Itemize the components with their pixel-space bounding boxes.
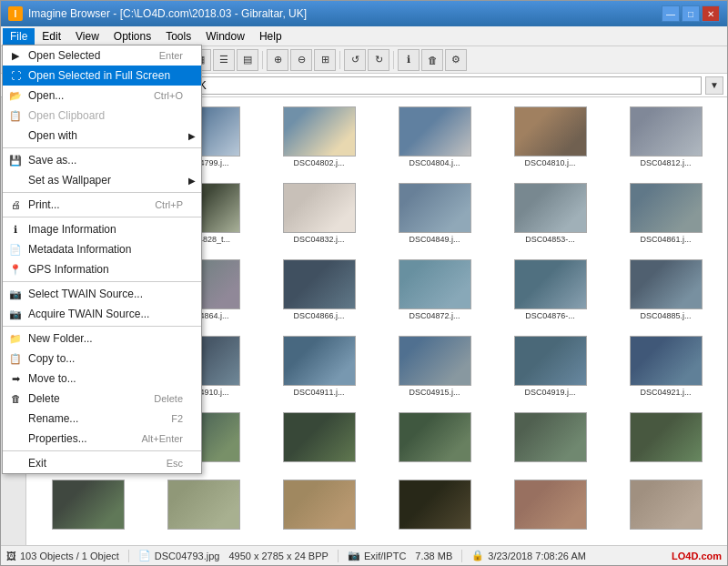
thumb-cell-22[interactable]: DSC04915.j...: [379, 332, 490, 405]
address-go[interactable]: ▼: [705, 76, 723, 95]
menu-separator: [3, 217, 201, 217]
tb-zoom-out[interactable]: ⊖: [290, 49, 312, 71]
thumb-cell-4[interactable]: DSC04804.j...: [379, 103, 490, 176]
thumb-cell-11[interactable]: DSC04853-...: [494, 179, 606, 252]
menu-separator: [3, 281, 201, 282]
menu-item-new-folder[interactable]: 📁New Folder...: [3, 328, 201, 349]
menu-view[interactable]: View: [68, 28, 106, 45]
menu-edit[interactable]: Edit: [35, 28, 68, 45]
thumb-cell-10[interactable]: DSC04849.j...: [379, 179, 490, 252]
thumb-cell-18[interactable]: DSC04885.j...: [610, 256, 722, 328]
menu-separator: [3, 326, 201, 327]
thumb-cell-21[interactable]: DSC04911.j...: [263, 332, 375, 405]
thumb-label-16: DSC04872.j...: [409, 311, 460, 320]
menu-item-select-twain[interactable]: 📷Select TWAIN Source...: [3, 284, 201, 304]
status-div3: [461, 550, 462, 562]
menu-item-open-fullscreen[interactable]: ⛶Open Selected in Full Screen: [3, 66, 201, 86]
minimize-button[interactable]: —: [662, 5, 680, 22]
thumb-label-15: DSC04866.j...: [293, 311, 344, 320]
tb-view2[interactable]: ☰: [213, 49, 235, 71]
thumb-cell-15[interactable]: DSC04866.j...: [263, 256, 375, 328]
menu-options[interactable]: Options: [106, 28, 158, 45]
menu-item-save-as[interactable]: 💾Save as...: [3, 150, 201, 170]
menu-file[interactable]: File: [3, 28, 35, 45]
status-div2: [338, 550, 339, 562]
menu-shortcut-open: Ctrl+O: [136, 90, 183, 101]
thumb-cell-33[interactable]: [263, 476, 375, 540]
menu-item-delete[interactable]: 🗑DeleteDelete: [3, 389, 201, 409]
tb-rotate-left[interactable]: ↺: [344, 49, 366, 71]
thumb-cell-34[interactable]: [379, 476, 490, 540]
thumb-cell-32[interactable]: [147, 476, 259, 540]
thumb-cell-9[interactable]: DSC04832.j...: [263, 179, 375, 252]
tb-view3[interactable]: ▤: [237, 49, 258, 71]
menu-icon-new-folder: 📁: [8, 331, 23, 346]
tb-sep6: [393, 51, 394, 69]
menu-item-open[interactable]: 📂Open...Ctrl+O: [3, 86, 201, 106]
menu-icon-save-as: 💾: [8, 153, 23, 167]
thumb-cell-3[interactable]: DSC04802.j...: [263, 103, 375, 176]
thumb-cell-17[interactable]: DSC04876-...: [494, 256, 606, 328]
thumb-image-35: [514, 480, 587, 530]
menu-icon-open-selected: ▶: [8, 48, 23, 63]
status-date-icon: 🔒: [471, 550, 484, 561]
menu-item-gps[interactable]: 📍GPS Information: [3, 259, 201, 279]
thumb-image-21: [283, 336, 356, 386]
menu-item-open-with[interactable]: Open with▶: [3, 126, 201, 146]
status-icon: 🖼: [6, 551, 16, 561]
thumb-image-18: [630, 259, 703, 309]
menu-item-open-selected[interactable]: ▶Open SelectedEnter: [3, 45, 201, 66]
tb-zoom-in[interactable]: ⊕: [267, 49, 288, 71]
status-bar: 🖼 103 Objects / 1 Object 📄 DSC04793.jpg …: [1, 545, 727, 565]
thumb-cell-23[interactable]: DSC04919.j...: [494, 332, 606, 405]
thumb-cell-31[interactable]: [32, 476, 144, 540]
menu-item-copy-to[interactable]: 📋Copy to...: [3, 349, 201, 369]
menu-item-properties[interactable]: Properties...Alt+Enter: [3, 429, 201, 449]
status-filename: DSC04793.jpg: [155, 551, 220, 561]
menu-item-rename[interactable]: Rename...F2: [3, 409, 201, 429]
tb-delete[interactable]: 🗑: [421, 49, 443, 71]
menu-icon-move-to: ➡: [8, 371, 23, 386]
thumb-cell-29[interactable]: [494, 409, 606, 472]
thumb-image-31: [52, 480, 125, 530]
thumb-label-12: DSC04861.j...: [640, 235, 691, 244]
tb-settings[interactable]: ⚙: [445, 49, 467, 71]
menu-item-print[interactable]: 🖨Print...Ctrl+P: [3, 195, 201, 215]
menu-label-image-info: Image Information: [28, 223, 116, 236]
menu-tools[interactable]: Tools: [158, 28, 198, 45]
thumb-cell-36[interactable]: [610, 476, 722, 540]
thumb-image-6: [630, 106, 703, 157]
menu-icon-open-fullscreen: ⛶: [8, 68, 23, 83]
tb-fit[interactable]: ⊞: [314, 49, 336, 71]
title-bar-left: I Imagine Browser - [C:\LO4D.com\2018.03…: [8, 6, 307, 21]
maximize-button[interactable]: □: [682, 5, 700, 22]
thumb-cell-12[interactable]: DSC04861.j...: [610, 179, 722, 252]
menu-icon-metadata: 📄: [8, 242, 23, 257]
menu-item-acquire-twain[interactable]: 📷Acquire TWAIN Source...: [3, 304, 201, 324]
menu-label-gps: GPS Information: [28, 263, 109, 276]
thumb-cell-28[interactable]: [379, 409, 490, 472]
menu-shortcut-print: Ctrl+P: [136, 199, 183, 210]
menu-window[interactable]: Window: [198, 28, 252, 45]
tb-info[interactable]: ℹ: [398, 49, 420, 71]
tb-rotate-right[interactable]: ↻: [368, 49, 389, 71]
menu-help[interactable]: Help: [252, 28, 289, 45]
menu-item-wallpaper[interactable]: Set as Wallpaper▶: [3, 170, 201, 190]
thumb-cell-35[interactable]: [494, 476, 606, 540]
menu-item-image-info[interactable]: ℹImage Information: [3, 219, 201, 239]
thumb-cell-6[interactable]: DSC04812.j...: [610, 103, 722, 176]
thumb-image-9: [283, 183, 356, 233]
thumb-cell-5[interactable]: DSC04810.j...: [494, 103, 606, 176]
menu-shortcut-properties: Alt+Enter: [123, 433, 183, 444]
thumb-cell-16[interactable]: DSC04872.j...: [379, 256, 490, 328]
thumb-image-34: [399, 480, 471, 530]
menu-item-move-to[interactable]: ➡Move to...: [3, 369, 201, 389]
menu-label-rename: Rename...: [28, 412, 78, 425]
thumb-cell-30[interactable]: [610, 409, 722, 472]
menu-item-exit[interactable]: ExitEsc: [3, 453, 201, 473]
menu-item-metadata[interactable]: 📄Metadata Information: [3, 239, 201, 259]
close-button[interactable]: ✕: [702, 5, 720, 22]
thumb-cell-27[interactable]: [263, 409, 375, 472]
menu-label-open-with: Open with: [28, 129, 77, 142]
thumb-cell-24[interactable]: DSC04921.j...: [610, 332, 722, 405]
